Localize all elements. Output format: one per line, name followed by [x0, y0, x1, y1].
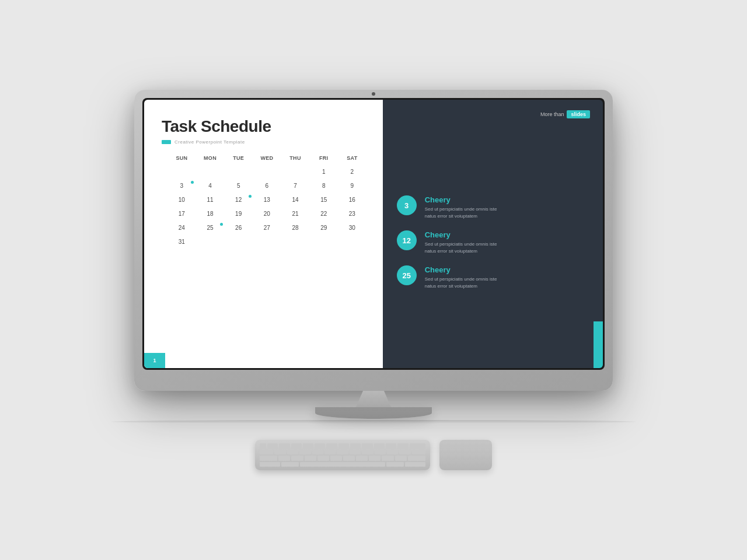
task-content-3: Cheery Sed ut perspiciatis unde omnis is… — [425, 265, 590, 290]
key — [356, 456, 368, 461]
key — [343, 456, 355, 461]
cal-cell: 9 — [338, 180, 366, 192]
more-than-text: More than — [540, 111, 564, 117]
key — [278, 456, 290, 461]
key — [260, 462, 280, 467]
screen: Task Schedule Creative Powerpoint Templa… — [144, 100, 603, 368]
task-item-1: 3 Cheery Sed ut perspiciatis unde omnis … — [397, 195, 590, 220]
cal-cell: 30 — [338, 222, 366, 235]
cal-cell: 27 — [253, 222, 281, 235]
task-title-3: Cheery — [425, 265, 590, 274]
key — [287, 450, 298, 455]
key — [324, 450, 336, 455]
cal-cell: 13 — [253, 194, 281, 206]
cal-cell — [253, 236, 281, 249]
cal-cell: 23 — [338, 208, 366, 220]
cal-cell — [167, 166, 196, 178]
key — [305, 456, 316, 461]
stand-neck — [356, 391, 391, 407]
key — [315, 443, 325, 449]
key — [326, 443, 337, 449]
key — [397, 443, 408, 449]
task-content-1: Cheery Sed ut perspiciatis unde omnis is… — [425, 195, 590, 220]
day-tue: TUE — [224, 155, 253, 161]
keyboard-keys — [260, 443, 425, 467]
key — [274, 450, 285, 455]
key — [399, 450, 410, 455]
cal-cell: 14 — [281, 194, 310, 206]
key — [281, 462, 298, 467]
cal-cell: 24 — [167, 222, 196, 235]
key — [375, 450, 386, 455]
key — [267, 443, 278, 449]
key — [386, 462, 403, 467]
day-sun: SUN — [167, 155, 196, 161]
cal-cell: 25 — [196, 222, 225, 235]
key — [338, 443, 349, 449]
task-item-2: 12 Cheery Sed ut perspiciatis unde omnis… — [397, 230, 590, 255]
key — [350, 450, 361, 455]
subtitle-text: Creative Powerpoint Template — [174, 139, 245, 145]
task-number-3: 25 — [397, 265, 417, 285]
cal-cell: 18 — [196, 208, 225, 220]
key-row-4 — [260, 462, 425, 467]
right-accent-bar — [594, 321, 603, 368]
cal-cell: 16 — [338, 194, 366, 206]
cal-cell: 31 — [167, 236, 196, 249]
key — [405, 462, 425, 467]
key — [362, 443, 372, 449]
cal-cell: 17 — [167, 208, 196, 220]
key — [312, 450, 323, 455]
key-row-3 — [260, 456, 425, 461]
cal-cell: 5 — [224, 180, 253, 192]
cal-cell: 15 — [309, 194, 338, 206]
key — [374, 443, 385, 449]
day-thu: THU — [281, 155, 310, 161]
cal-cell: 26 — [224, 222, 253, 235]
cal-cell — [309, 236, 338, 249]
keyboard-area — [255, 440, 492, 470]
task-desc-1: Sed ut perspiciatis unde omnis istenatus… — [425, 206, 590, 220]
scene: Task Schedule Creative Powerpoint Templa… — [111, 90, 636, 470]
cal-cell: 10 — [167, 194, 196, 206]
key — [382, 456, 393, 461]
monitor-stand — [315, 391, 432, 419]
cal-cell: 3 — [167, 180, 196, 192]
cal-cell: 1 — [309, 166, 338, 178]
cal-cell — [281, 236, 310, 249]
key — [260, 450, 273, 455]
cal-cell: 8 — [309, 180, 338, 192]
key — [369, 456, 381, 461]
subtitle-accent-bar — [162, 140, 171, 144]
key — [410, 443, 425, 449]
cal-cell — [224, 236, 253, 249]
slide-title: Task Schedule — [162, 117, 366, 136]
day-mon: MON — [196, 155, 225, 161]
cal-cell: 28 — [281, 222, 310, 235]
cal-cell — [196, 166, 225, 178]
stand-base — [315, 407, 432, 419]
more-than-label: More than slides — [540, 110, 590, 118]
trackpad — [439, 440, 492, 470]
slide-right-panel: More than slides 3 Cheery Sed ut perspic… — [383, 100, 603, 368]
cal-cell — [224, 166, 253, 178]
cal-cell — [196, 236, 225, 249]
monitor-inner: Task Schedule Creative Powerpoint Templa… — [142, 98, 605, 370]
cal-cell — [253, 166, 281, 178]
day-fri: FRI — [309, 155, 338, 161]
keyboard — [255, 440, 430, 470]
key — [260, 456, 277, 461]
calendar-header: SUN MON TUE WED THU FRI SAT — [167, 155, 366, 161]
slide-number: 1 — [144, 353, 165, 368]
key — [387, 450, 398, 455]
calendar: SUN MON TUE WED THU FRI SAT — [162, 155, 366, 356]
task-item-3: 25 Cheery Sed ut perspiciatis unde omnis… — [397, 265, 590, 290]
key — [337, 450, 348, 455]
key — [350, 443, 361, 449]
cal-cell: 7 — [281, 180, 310, 192]
cal-cell: 22 — [309, 208, 338, 220]
key-row-1 — [260, 443, 425, 449]
task-content-2: Cheery Sed ut perspiciatis unde omnis is… — [425, 230, 590, 255]
key — [408, 456, 425, 461]
cal-cell — [338, 236, 366, 249]
